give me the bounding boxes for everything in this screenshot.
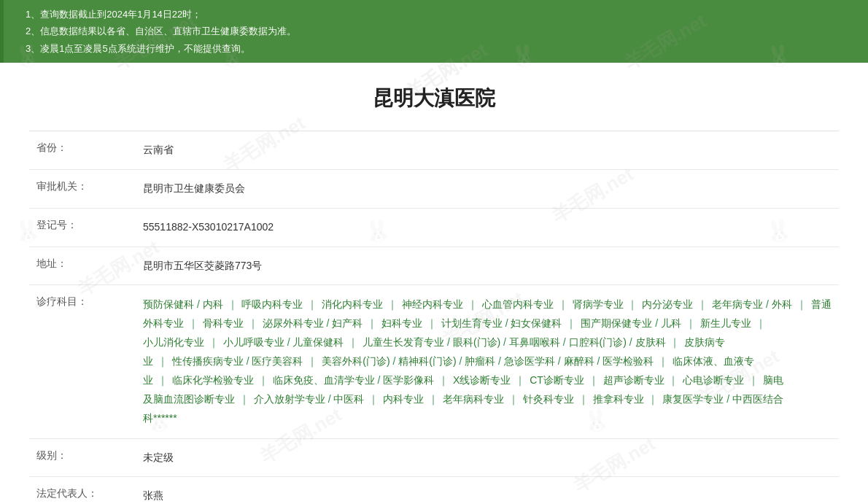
- dept-link-anesthesia[interactable]: 麻醉科: [564, 355, 594, 367]
- row-province: 省份： 云南省: [29, 131, 839, 169]
- label-legal-rep: 法定代表人：: [29, 477, 136, 504]
- notice-line-2: 2、信息数据结果以各省、自治区、直辖市卫生健康委数据为准。: [26, 23, 853, 39]
- dept-link-rehab[interactable]: 康复医学专业: [662, 393, 724, 405]
- dept-link-endocrine[interactable]: 内分泌专业: [642, 298, 693, 310]
- dept-link-imaging[interactable]: 医学影像科: [383, 374, 434, 386]
- value-reg-number: 55511882-X53010217A1002: [136, 208, 839, 247]
- hospital-title: 昆明大滇医院: [29, 63, 839, 131]
- dept-link-medical-cosmetology[interactable]: 医疗美容科: [252, 355, 303, 367]
- notice-bar: 1、查询数据截止到2024年1月14日22时； 2、信息数据结果以各省、自治区、…: [0, 0, 868, 63]
- dept-link-integrative2[interactable]: 科******: [143, 412, 177, 424]
- dept-link-gynecology[interactable]: 妇科专业: [381, 317, 422, 329]
- dept-link-ct[interactable]: CT诊断专业: [530, 374, 584, 386]
- dept-link-urology[interactable]: 泌尿外科专业: [263, 317, 324, 329]
- dept-link-cosmetic-surgery[interactable]: 美容外科(门诊): [322, 355, 390, 367]
- dept-link-immunology[interactable]: 临床免疫、血清学专业: [273, 374, 375, 386]
- dept-link-ophthalmology[interactable]: 眼科(门诊): [453, 336, 500, 348]
- value-level: 未定级: [136, 438, 839, 477]
- info-table: 省份： 云南省 审批机关： 昆明市卫生健康委员会 登记号： 55511882-X…: [29, 131, 839, 504]
- label-province: 省份：: [29, 131, 136, 169]
- dept-link-pedi-respiratory[interactable]: 小儿呼吸专业: [223, 336, 284, 348]
- row-reg-number: 登记号： 55511882-X53010217A1002: [29, 208, 839, 247]
- dept-link-eeg[interactable]: 脑电: [763, 374, 783, 386]
- notice-line-1: 1、查询数据截止到2024年1月14日22时；: [26, 6, 853, 23]
- dept-link-neonatal[interactable]: 新生儿专业: [700, 317, 751, 329]
- dept-link-body-fluid[interactable]: 临床体液、血液专: [673, 355, 754, 367]
- main-content: 昆明大滇医院 省份： 云南省 审批机关： 昆明市卫生健康委员会 登记号： 555…: [0, 63, 868, 504]
- dept-link-lab[interactable]: 医学检验科: [602, 355, 654, 367]
- dept-link-body-fluid2[interactable]: 业: [143, 374, 153, 386]
- dept-link-nephrology[interactable]: 肾病学专业: [573, 298, 624, 310]
- dept-link-pediatrics[interactable]: 儿科: [661, 317, 681, 329]
- dept-link-internal[interactable]: 内科: [203, 298, 223, 310]
- dept-link-geriatrics[interactable]: 老年病专业: [712, 298, 763, 310]
- dept-link-child-growth[interactable]: 儿童生长发育专业: [363, 336, 444, 348]
- value-province: 云南省: [136, 131, 839, 169]
- value-authority: 昆明市卫生健康委员会: [136, 169, 839, 208]
- row-address: 地址： 昆明市五华区茭菱路773号: [29, 247, 839, 285]
- dept-link-obstetrics[interactable]: 妇产科: [332, 317, 363, 329]
- dept-link-pedi-digestive[interactable]: 小儿消化专业: [143, 336, 204, 348]
- dept-link-clinical-chem[interactable]: 临床化学检验专业: [172, 374, 254, 386]
- row-legal-rep: 法定代表人： 张燕: [29, 477, 839, 504]
- dept-link-integrative[interactable]: 中西医结合: [732, 393, 783, 405]
- dept-link-surgery[interactable]: 外科: [772, 298, 792, 310]
- dept-link-child-health[interactable]: 儿童保健科: [292, 336, 344, 348]
- row-level: 级别： 未定级: [29, 438, 839, 477]
- dept-link-orthopedics[interactable]: 骨科专业: [203, 317, 244, 329]
- dept-link-dental[interactable]: 口腔科(门诊): [569, 336, 627, 348]
- notice-line-3: 3、凌晨1点至凌晨5点系统进行维护，不能提供查询。: [26, 40, 853, 57]
- dept-link-preventive[interactable]: 预防保健科: [143, 298, 194, 310]
- dept-link-tcm[interactable]: 中医科: [333, 393, 364, 405]
- dept-link-acupuncture[interactable]: 针灸科专业: [523, 393, 574, 405]
- dept-link-xray[interactable]: X线诊断专业: [453, 374, 511, 386]
- dept-link-family-planning[interactable]: 计划生育专业: [441, 317, 503, 329]
- dept-link-eeg2[interactable]: 及脑血流图诊断专业: [143, 393, 235, 405]
- label-address: 地址：: [29, 247, 136, 285]
- dept-link-dermatology[interactable]: 皮肤科: [635, 336, 666, 348]
- dept-link-ultrasound[interactable]: 超声诊断专业: [603, 374, 664, 386]
- dept-link-perinatal[interactable]: 围产期保健专业: [581, 317, 652, 329]
- value-legal-rep: 张燕: [136, 477, 839, 504]
- dept-link-ecg[interactable]: 心电诊断专业: [683, 374, 744, 386]
- dept-link-skin-disease2[interactable]: 业: [143, 355, 153, 367]
- dept-link-std[interactable]: 性传播疾病专业: [172, 355, 244, 367]
- dept-link-ent[interactable]: 耳鼻咽喉科: [509, 336, 560, 348]
- label-level: 级别：: [29, 438, 136, 477]
- dept-link-womens-health[interactable]: 妇女保健科: [511, 317, 562, 329]
- dept-link-respiratory[interactable]: 呼吸内科专业: [241, 298, 303, 310]
- dept-link-oncology[interactable]: 肿瘤科: [465, 355, 495, 367]
- label-departments: 诊疗科目：: [29, 285, 136, 438]
- dept-link-tuina[interactable]: 推拿科专业: [593, 393, 644, 405]
- value-address: 昆明市五华区茭菱路773号: [136, 247, 839, 285]
- row-departments: 诊疗科目： 预防保健科 / 内科 ｜ 呼吸内科专业 ｜ 消化内科专业 ｜ 神经内…: [29, 285, 839, 438]
- dept-link-emergency[interactable]: 急诊医学科: [504, 355, 555, 367]
- dept-link-tcm-geriatrics[interactable]: 老年病科专业: [443, 393, 504, 405]
- dept-link-neurology[interactable]: 神经内科专业: [402, 298, 463, 310]
- value-departments: 预防保健科 / 内科 ｜ 呼吸内科专业 ｜ 消化内科专业 ｜ 神经内科专业 ｜ …: [136, 285, 839, 438]
- dept-link-interventional[interactable]: 介入放射学专业: [254, 393, 325, 405]
- dept-link-tcm-internal[interactable]: 内科专业: [383, 393, 424, 405]
- row-authority: 审批机关： 昆明市卫生健康委员会: [29, 169, 839, 208]
- dept-link-digestive[interactable]: 消化内科专业: [322, 298, 383, 310]
- label-authority: 审批机关：: [29, 169, 136, 208]
- label-reg-number: 登记号：: [29, 208, 136, 247]
- dept-link-psychiatry[interactable]: 精神科(门诊): [398, 355, 456, 367]
- dept-link-skin-disease[interactable]: 皮肤病专: [684, 336, 725, 348]
- dept-link-cardiology[interactable]: 心血管内科专业: [482, 298, 554, 310]
